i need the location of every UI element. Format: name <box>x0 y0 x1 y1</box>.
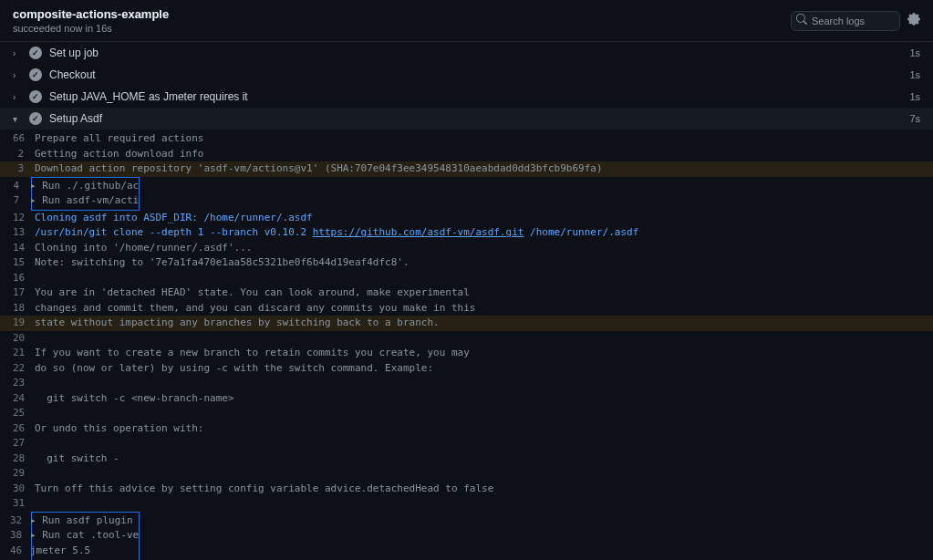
chevron-right-icon: › <box>13 70 22 80</box>
line-number: 17 <box>13 285 35 301</box>
log-text: git switch - <box>35 451 119 467</box>
line-number: 27 <box>13 436 35 451</box>
log-line: 29 <box>0 466 933 482</box>
log-text: ▸ Run asdf plugin update --all <box>30 513 139 529</box>
workflow-status: succeeded now in 16s <box>13 23 169 34</box>
log-line: 19state without impacting any branches b… <box>0 316 933 331</box>
check-icon: ✓ <box>29 112 42 125</box>
step-name: Checkout <box>49 68 902 81</box>
log-text: state without impacting any branches by … <box>35 316 440 331</box>
line-number: 7 <box>10 193 30 209</box>
log-line: 66Prepare all required actions <box>0 131 933 147</box>
log-text: ▸ Run cat .tool-versions <box>30 528 139 544</box>
log-line: 38▸ Run cat .tool-versions <box>32 528 139 544</box>
log-line: 12Cloning asdf into ASDF_DIR: /home/runn… <box>0 211 933 226</box>
log-text: If you want to create a new branch to re… <box>35 346 470 361</box>
line-number: 2 <box>13 147 35 162</box>
step-duration: 1s <box>909 91 920 102</box>
log-line: 30Turn off this advice by setting config… <box>0 482 933 497</box>
workflow-header: composite-actions-example succeeded now … <box>0 0 933 42</box>
search-wrap <box>791 11 900 31</box>
log-text: jmeter 5.5 <box>30 544 90 559</box>
line-number: 15 <box>13 255 35 271</box>
log-line: 23 <box>0 376 933 391</box>
header-title-block: composite-actions-example succeeded now … <box>13 7 169 34</box>
step-name: Set up job <box>49 47 902 59</box>
line-number: 3 <box>13 161 35 177</box>
log-group-box[interactable]: 4▸ Run ./.github/actions/setup-asdf7▸ Ru… <box>31 177 140 211</box>
log-body: 66Prepare all required actions2Getting a… <box>0 130 933 560</box>
log-line: 22do so (now or later) by using -c with … <box>0 361 933 377</box>
line-number: 28 <box>13 451 35 467</box>
log-line: 24 git switch -c <new-branch-name> <box>0 391 933 407</box>
check-icon: ✓ <box>29 90 42 103</box>
line-number: 21 <box>13 346 35 361</box>
log-line: 16 <box>0 271 933 286</box>
log-line: 15Note: switching to '7e7a1fa470e1aa58c5… <box>0 255 933 271</box>
line-number: 31 <box>13 496 35 512</box>
log-line: 4▸ Run ./.github/actions/setup-asdf <box>32 179 139 194</box>
log-text: ▸ Run ./.github/actions/setup-asdf <box>30 179 139 194</box>
line-number: 30 <box>13 482 35 497</box>
log-line: 46jmeter 5.5 <box>32 544 139 559</box>
log-line: 26Or undo this operation with: <box>0 421 933 437</box>
line-number: 24 <box>13 391 35 407</box>
log-text: /usr/bin/git clone --depth 1 --branch v0… <box>35 225 638 241</box>
log-text: Or undo this operation with: <box>35 421 203 437</box>
line-number: 20 <box>13 331 35 347</box>
log-line: 32▸ Run asdf plugin update --all <box>32 513 139 529</box>
line-number: 13 <box>13 225 35 241</box>
log-line: 2Getting action download info <box>0 147 933 162</box>
line-number: 14 <box>13 241 35 256</box>
log-text: changes and commit them, and you can dis… <box>35 301 475 316</box>
chevron-down-icon: ▾ <box>13 114 22 124</box>
search-input[interactable] <box>791 11 900 31</box>
step-duration: 1s <box>909 69 920 80</box>
step-row[interactable]: › ✓ Checkout 1s <box>0 64 933 86</box>
log-text: do so (now or later) by using -c with th… <box>35 361 433 377</box>
step-name: Setup JAVA_HOME as Jmeter requires it <box>49 90 902 103</box>
line-number: 32 <box>10 513 30 529</box>
log-text: You are in 'detached HEAD' state. You ca… <box>35 285 470 301</box>
line-number: 66 <box>13 131 35 147</box>
log-text: Cloning asdf into ASDF_DIR: /home/runner… <box>35 211 313 226</box>
log-line: 18changes and commit them, and you can d… <box>0 301 933 316</box>
step-row[interactable]: › ✓ Setup JAVA_HOME as Jmeter requires i… <box>0 86 933 108</box>
log-text: Getting action download info <box>35 147 203 162</box>
line-number: 46 <box>10 544 30 559</box>
log-line: 21If you want to create a new branch to … <box>0 346 933 361</box>
step-duration: 1s <box>909 47 920 58</box>
log-text: Note: switching to '7e7a1fa470e1aa58c532… <box>35 255 409 271</box>
log-line: 27 <box>0 436 933 451</box>
gear-icon[interactable] <box>907 13 920 28</box>
step-duration: 7s <box>909 113 920 124</box>
log-line: 14Cloning into '/home/runner/.asdf'... <box>0 241 933 256</box>
step-row[interactable]: ▾ ✓ Setup Asdf 7s <box>0 108 933 130</box>
line-number: 12 <box>13 211 35 226</box>
log-text: Cloning into '/home/runner/.asdf'... <box>35 241 252 256</box>
log-text: Prepare all required actions <box>35 131 203 147</box>
line-number: 29 <box>13 466 35 482</box>
line-number: 22 <box>13 361 35 377</box>
log-group-box[interactable]: 32▸ Run asdf plugin update --all38▸ Run … <box>31 512 140 561</box>
line-number: 19 <box>13 316 35 331</box>
line-number: 26 <box>13 421 35 437</box>
line-number: 23 <box>13 376 35 391</box>
line-number: 38 <box>10 528 30 544</box>
step-name: Setup Asdf <box>49 112 902 125</box>
header-controls <box>791 11 920 31</box>
chevron-right-icon: › <box>13 48 22 58</box>
step-row[interactable]: › ✓ Set up job 1s <box>0 42 933 64</box>
log-line: 17You are in 'detached HEAD' state. You … <box>0 285 933 301</box>
log-line: 7▸ Run asdf-vm/actions/setup@v1 <box>32 193 139 209</box>
check-icon: ✓ <box>29 68 42 81</box>
log-line: 28 git switch - <box>0 451 933 467</box>
line-number: 4 <box>10 179 30 194</box>
chevron-right-icon: › <box>13 92 22 102</box>
log-line: 20 <box>0 331 933 347</box>
log-text: ▸ Run asdf-vm/actions/setup@v1 <box>30 193 139 209</box>
line-number: 25 <box>13 406 35 421</box>
check-icon: ✓ <box>29 47 42 59</box>
log-line: 3Download action repository 'asdf-vm/act… <box>0 161 933 177</box>
log-line: 25 <box>0 406 933 421</box>
